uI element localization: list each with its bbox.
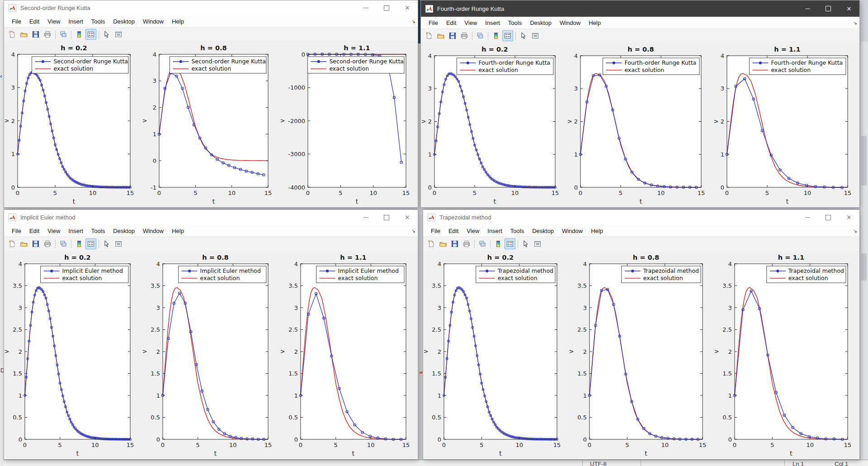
insert-colorbar-icon[interactable] [74, 29, 85, 40]
scrollbar-thumb[interactable] [861, 136, 867, 185]
minimize-button[interactable] [355, 210, 376, 225]
insert-legend-icon[interactable] [505, 238, 515, 249]
menu-file[interactable]: File [425, 19, 442, 26]
menu-view[interactable]: View [43, 228, 64, 234]
maximize-button[interactable] [818, 0, 839, 17]
minimize-button[interactable] [797, 210, 818, 225]
menu-tools[interactable]: Tools [87, 228, 109, 234]
insert-legend-icon[interactable] [85, 238, 96, 249]
menu-insert[interactable]: Insert [483, 228, 506, 234]
legend[interactable]: Trapezoidal methodexact solution [476, 266, 555, 283]
menu-insert[interactable]: Insert [64, 228, 87, 234]
link-plot-icon[interactable] [477, 238, 488, 249]
save-figure-icon[interactable] [30, 238, 41, 249]
legend[interactable]: Trapezoidal methodexact solution [767, 266, 846, 283]
window-titlebar[interactable]: Second-order Runge Kutta✕ [4, 0, 418, 15]
maximize-button[interactable] [818, 210, 839, 225]
menu-file[interactable]: File [8, 18, 25, 25]
window-titlebar[interactable]: Implicit Euler method✕ [4, 210, 418, 225]
maximize-button[interactable] [376, 0, 397, 15]
new-figure-icon[interactable] [426, 238, 437, 249]
save-figure-icon[interactable] [449, 238, 460, 249]
legend[interactable]: Trapezoidal methodexact solution [621, 266, 700, 283]
insert-legend-icon[interactable] [85, 29, 96, 40]
menu-desktop[interactable]: Desktop [528, 228, 558, 234]
print-figure-icon[interactable] [459, 30, 470, 41]
insert-colorbar-icon[interactable] [493, 238, 504, 249]
new-figure-icon[interactable] [7, 29, 18, 40]
plot-browser-icon[interactable] [532, 238, 543, 249]
window-titlebar[interactable]: Fourth-order Runge Kutta✕ [421, 0, 859, 17]
legend[interactable]: Second-order Runge Kuttaexact solution [170, 57, 266, 73]
insert-colorbar-icon[interactable] [491, 30, 501, 41]
edit-plot-icon[interactable] [101, 238, 112, 249]
menu-insert[interactable]: Insert [481, 19, 504, 26]
new-figure-icon[interactable] [424, 30, 434, 41]
menu-overflow-icon[interactable]: ↘ [854, 20, 857, 25]
menu-help[interactable]: Help [168, 18, 188, 25]
print-figure-icon[interactable] [42, 29, 53, 40]
edit-plot-icon[interactable] [518, 30, 529, 41]
insert-legend-icon[interactable] [502, 30, 513, 41]
menu-file[interactable]: File [8, 228, 25, 234]
menu-tools[interactable]: Tools [504, 19, 526, 26]
menu-tools[interactable]: Tools [87, 18, 109, 25]
scrollbar-thumb[interactable] [861, 253, 867, 281]
link-plot-icon[interactable] [58, 29, 69, 40]
legend[interactable]: Fourth-order Runge Kuttaexact solution [749, 58, 846, 75]
collapse-chevron-icon[interactable]: ‹ [0, 72, 2, 80]
menu-insert[interactable]: Insert [64, 18, 87, 25]
legend[interactable]: Second-order Runge Kuttaexact solution [307, 57, 404, 73]
link-plot-icon[interactable] [58, 238, 69, 249]
minimize-button[interactable] [797, 0, 818, 17]
open-file-icon[interactable] [19, 238, 29, 249]
menu-help[interactable]: Help [587, 228, 607, 234]
edit-plot-icon[interactable] [520, 238, 531, 249]
menu-window[interactable]: Window [556, 19, 585, 26]
legend[interactable]: Implicit Euler methodexact solution [179, 266, 266, 283]
menu-edit[interactable]: Edit [442, 19, 460, 26]
menu-help[interactable]: Help [585, 19, 605, 26]
legend[interactable]: Implicit Euler methodexact solution [41, 266, 128, 283]
menu-desktop[interactable]: Desktop [109, 18, 139, 25]
close-button[interactable]: ✕ [397, 0, 418, 15]
menu-view[interactable]: View [43, 18, 64, 25]
print-figure-icon[interactable] [461, 238, 472, 249]
open-file-icon[interactable] [435, 30, 446, 41]
insert-colorbar-icon[interactable] [74, 238, 85, 249]
legend[interactable]: Fourth-order Runge Kuttaexact solution [603, 58, 700, 75]
open-file-icon[interactable] [19, 29, 29, 40]
menu-window[interactable]: Window [139, 18, 168, 25]
menu-edit[interactable]: Edit [25, 228, 43, 234]
plot-browser-icon[interactable] [530, 30, 541, 41]
save-figure-icon[interactable] [447, 30, 458, 41]
menu-help[interactable]: Help [168, 228, 188, 234]
menu-desktop[interactable]: Desktop [526, 19, 556, 26]
menu-edit[interactable]: Edit [444, 228, 462, 234]
print-figure-icon[interactable] [42, 238, 53, 249]
menu-edit[interactable]: Edit [25, 18, 43, 25]
menu-file[interactable]: File [427, 228, 444, 234]
plot-browser-icon[interactable] [113, 29, 124, 40]
menu-tools[interactable]: Tools [506, 228, 528, 234]
minimize-button[interactable] [355, 0, 376, 15]
close-button[interactable]: ✕ [839, 210, 859, 225]
menu-overflow-icon[interactable]: ↘ [412, 228, 415, 233]
menu-overflow-icon[interactable]: ↘ [854, 228, 857, 233]
menu-window[interactable]: Window [558, 228, 587, 234]
menu-overflow-icon[interactable]: ↘ [412, 19, 415, 24]
legend[interactable]: Implicit Euler methodexact solution [316, 266, 404, 283]
close-button[interactable]: ✕ [397, 210, 418, 225]
save-figure-icon[interactable] [30, 29, 41, 40]
edit-plot-icon[interactable] [101, 29, 112, 40]
menu-view[interactable]: View [460, 19, 481, 26]
new-figure-icon[interactable] [7, 238, 18, 249]
open-file-icon[interactable] [438, 238, 448, 249]
plot-browser-icon[interactable] [113, 238, 124, 249]
menu-window[interactable]: Window [139, 228, 168, 234]
legend[interactable]: Second-order Runge Kuttaexact solution [32, 57, 128, 73]
close-button[interactable]: ✕ [839, 0, 859, 17]
link-plot-icon[interactable] [475, 30, 486, 41]
legend[interactable]: Fourth-order Runge Kuttaexact solution [457, 58, 553, 75]
maximize-button[interactable] [376, 210, 397, 225]
